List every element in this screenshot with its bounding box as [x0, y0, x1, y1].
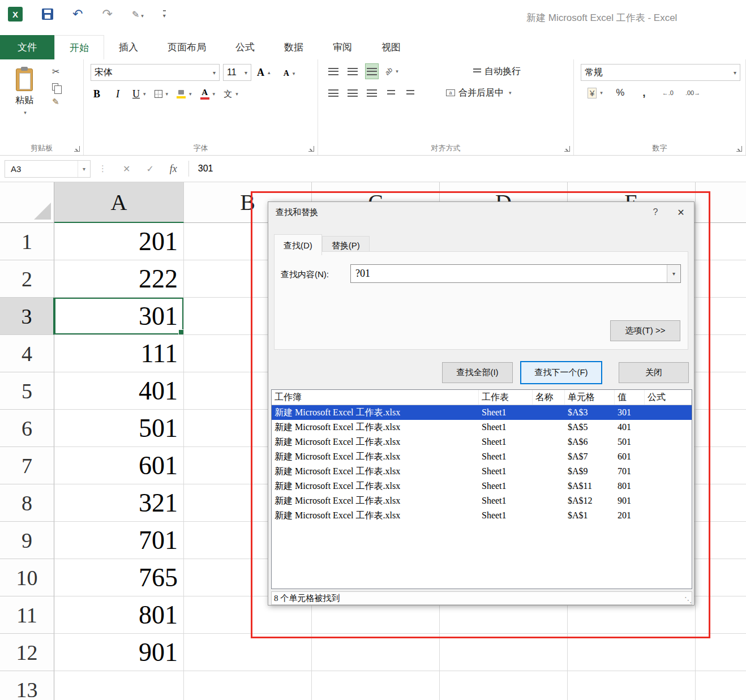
cell-column-f[interactable]: [696, 596, 746, 634]
options-button[interactable]: 选项(T) >>: [610, 320, 680, 341]
merge-center-button[interactable]: a 合并后居中 ▾: [446, 87, 512, 99]
font-dialog-launcher-icon[interactable]: [308, 146, 314, 152]
insert-function-button[interactable]: fx: [170, 163, 177, 175]
percent-style-button[interactable]: %: [614, 85, 627, 100]
close-button[interactable]: 关闭: [619, 362, 689, 383]
result-row[interactable]: 新建 Microsoft Excel 工作表.xlsx Sheet1 $A$7 …: [272, 449, 692, 464]
clipboard-dialog-launcher-icon[interactable]: [74, 146, 80, 152]
font-size-combo[interactable]: 11 ▾: [223, 64, 251, 81]
cell-column-a[interactable]: 765: [54, 559, 184, 596]
row-header[interactable]: 4: [0, 335, 54, 372]
decrease-decimal-button[interactable]: .00→: [685, 85, 700, 100]
align-center-button[interactable]: [346, 85, 359, 100]
cell-column-a[interactable]: 222: [54, 260, 184, 298]
format-painter-icon[interactable]: ✎: [52, 97, 59, 106]
cell-column-d[interactable]: [440, 671, 568, 700]
align-bottom-button[interactable]: [366, 64, 378, 79]
increase-font-button[interactable]: A▴: [257, 65, 271, 80]
row-header[interactable]: 9: [0, 522, 54, 559]
excel-logo-icon[interactable]: [8, 7, 23, 22]
combo-dropdown-button[interactable]: ▾: [667, 265, 680, 282]
copy-icon[interactable]: [52, 83, 58, 91]
result-row[interactable]: 新建 Microsoft Excel 工作表.xlsx Sheet1 $A$5 …: [272, 420, 692, 435]
undo-icon[interactable]: ↶: [72, 8, 83, 20]
align-right-button[interactable]: [366, 85, 378, 100]
row-header[interactable]: 5: [0, 372, 54, 410]
cell-column-b[interactable]: [184, 634, 312, 671]
font-color-button[interactable]: A▾: [200, 87, 216, 101]
cell-column-a[interactable]: 111: [54, 335, 184, 372]
tab-find[interactable]: 查找(D): [274, 234, 322, 255]
redo-icon[interactable]: ↷: [102, 8, 112, 20]
col-value[interactable]: 值: [615, 390, 645, 405]
col-cell[interactable]: 单元格: [565, 390, 615, 405]
row-header[interactable]: 7: [0, 447, 54, 484]
cell-column-f[interactable]: [696, 298, 746, 335]
row-header[interactable]: 2: [0, 260, 54, 298]
dialog-title-bar[interactable]: 查找和替换 ? ✕: [268, 202, 694, 222]
cell-column-f[interactable]: [696, 260, 746, 298]
result-row[interactable]: 新建 Microsoft Excel 工作表.xlsx Sheet1 $A$6 …: [272, 435, 692, 449]
accounting-format-button[interactable]: ¥▾: [588, 85, 603, 100]
row-header[interactable]: 3: [0, 298, 54, 335]
cell-column-f[interactable]: [696, 223, 746, 260]
bold-button[interactable]: B: [91, 87, 103, 101]
cell-column-c[interactable]: [312, 634, 440, 671]
row-header[interactable]: 13: [0, 671, 54, 700]
wrap-text-button[interactable]: 自动换行: [473, 66, 521, 78]
cancel-button[interactable]: ✕: [123, 164, 130, 174]
cell-column-a[interactable]: 601: [54, 447, 184, 484]
result-row[interactable]: 新建 Microsoft Excel 工作表.xlsx Sheet1 $A$3 …: [272, 405, 692, 420]
dialog-close-icon[interactable]: ✕: [668, 202, 694, 222]
tab-data[interactable]: 数据: [269, 35, 318, 59]
cell-column-f[interactable]: [696, 522, 746, 559]
number-dialog-launcher-icon[interactable]: [736, 146, 742, 152]
dialog-help-button[interactable]: ?: [643, 202, 668, 222]
cell-column-f[interactable]: [696, 634, 746, 671]
row-header[interactable]: 11: [0, 596, 54, 634]
col-name[interactable]: 名称: [533, 390, 565, 405]
cell-column-f[interactable]: [696, 447, 746, 484]
col-formula[interactable]: 公式: [645, 390, 692, 405]
cell-column-f[interactable]: [696, 671, 746, 700]
cell-column-a[interactable]: 201: [54, 223, 184, 260]
cell-column-e[interactable]: [568, 634, 696, 671]
touch-mode-button[interactable]: ✎▾: [132, 9, 144, 20]
customize-qat-icon[interactable]: ▾: [163, 10, 166, 19]
cell-column-a[interactable]: 301: [54, 298, 184, 335]
cell-column-b[interactable]: [184, 671, 312, 700]
align-top-button[interactable]: [327, 64, 340, 79]
cell-column-a[interactable]: 501: [54, 410, 184, 447]
cell-column-e[interactable]: [568, 671, 696, 700]
find-all-button[interactable]: 查找全部(I): [442, 362, 513, 383]
cell-column-a[interactable]: 901: [54, 634, 184, 671]
tab-view[interactable]: 视图: [367, 35, 415, 59]
find-what-input[interactable]: [351, 265, 667, 282]
cell-column-d[interactable]: [440, 634, 568, 671]
italic-button[interactable]: I: [112, 87, 124, 101]
cell-column-f[interactable]: [696, 335, 746, 372]
number-format-combo[interactable]: 常规 ▾: [581, 64, 740, 81]
orientation-button[interactable]: ab▾: [385, 64, 398, 79]
result-row[interactable]: 新建 Microsoft Excel 工作表.xlsx Sheet1 $A$1 …: [272, 508, 692, 523]
cell-column-f[interactable]: [696, 410, 746, 447]
tab-review[interactable]: 审阅: [318, 35, 367, 59]
column-header-f[interactable]: F: [696, 182, 746, 223]
col-workbook[interactable]: 工作簿: [272, 390, 479, 405]
cell-column-a[interactable]: 321: [54, 484, 184, 522]
paste-button[interactable]: 粘贴 ▾: [6, 64, 43, 133]
underline-button[interactable]: U▾: [132, 87, 146, 101]
cell-column-a[interactable]: [54, 671, 184, 700]
decrease-indent-button[interactable]: [385, 85, 397, 100]
row-header[interactable]: 12: [0, 634, 54, 671]
decrease-font-button[interactable]: A▾: [283, 66, 295, 81]
comma-style-button[interactable]: ,: [638, 85, 650, 100]
cell-column-a[interactable]: 701: [54, 522, 184, 559]
tab-page-layout[interactable]: 页面布局: [153, 35, 221, 59]
tab-formulas[interactable]: 公式: [221, 35, 269, 59]
result-row[interactable]: 新建 Microsoft Excel 工作表.xlsx Sheet1 $A$9 …: [272, 464, 692, 479]
tab-home[interactable]: 开始: [54, 35, 104, 59]
cell-column-f[interactable]: [696, 372, 746, 410]
column-header-a[interactable]: A: [54, 182, 184, 223]
save-icon[interactable]: [42, 8, 53, 20]
